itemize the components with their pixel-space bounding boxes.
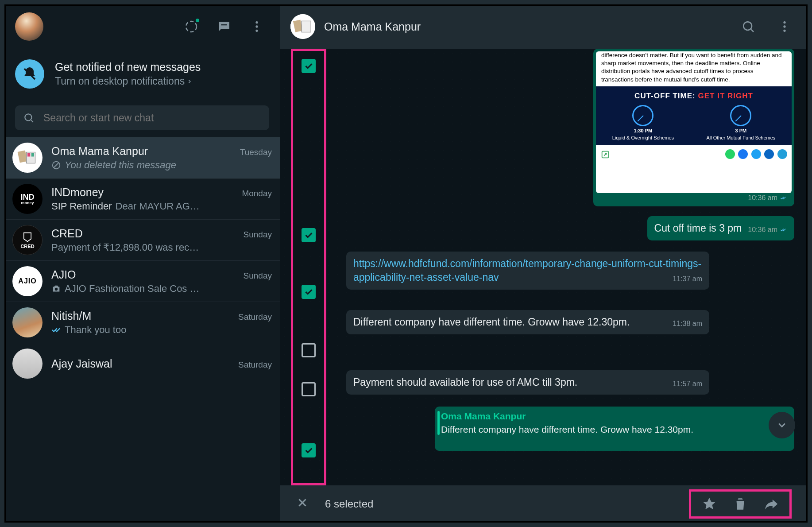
close-selection-button[interactable] [296,496,309,512]
svg-point-0 [186,21,197,32]
svg-rect-6 [18,150,27,163]
quote-text: Different company have different time. G… [441,424,788,435]
delete-button[interactable] [725,492,756,516]
svg-point-11 [55,287,58,290]
message-checkbox[interactable] [302,382,316,396]
chat-time: Monday [242,189,272,198]
message-time: 11:38 am [673,319,702,329]
message-checkbox[interactable] [302,59,316,73]
svg-point-16 [783,21,785,23]
chat-item[interactable]: AJIO AJIOSunday AJIO Fashionation Sale C… [4,261,280,302]
message-time: 11:57 am [673,379,702,389]
own-avatar[interactable] [15,12,43,41]
avatar: AJIO [12,266,43,296]
app-root: Get notified of new messages Turn on des… [0,0,812,527]
chat-preview: Payment of ₹12,898.00 was rec… [51,242,272,253]
article-text: difference doesn't matter. But if you wa… [596,51,792,86]
chat-list: Oma Mama KanpurTuesday You deleted this … [4,137,280,523]
selection-bar: 6 selected [280,485,808,523]
share-row [596,147,792,163]
chat-item[interactable]: Nitish/MSaturday Thank you too [4,302,280,343]
selection-column-highlight [291,49,326,485]
chat-preview: SIP Reminder Dear MAYUR AG… [51,201,272,212]
search-in-chat-icon[interactable] [736,14,761,39]
chat-time: Sunday [244,271,272,281]
svg-point-18 [783,30,785,32]
avatar: INDmoney [12,184,43,214]
chat-name: Ajay Jaiswal [51,357,112,370]
svg-point-5 [25,114,31,120]
sent-message[interactable]: Cut off time is 3 pm 10:36 am [647,216,794,240]
message-checkbox[interactable] [302,228,316,242]
image-message[interactable]: difference doesn't matter. But if you wa… [593,49,794,206]
notification-subtitle: Turn on desktop notifications [55,75,201,87]
chat-item[interactable]: Ajay JaiswalSaturday [4,343,280,384]
action-highlight-box [689,489,792,519]
sidebar-header [4,4,280,49]
svg-point-15 [743,22,752,30]
main-area: Oma Mama Kanpur difference doesn't matte… [280,4,808,523]
chat-time: Sunday [244,230,272,240]
svg-rect-14 [302,21,311,32]
search-input[interactable] [43,112,261,124]
message-time: 10:36 am [748,225,787,235]
avatar [12,143,43,173]
forward-button[interactable] [756,492,787,516]
double-check-icon [51,325,61,335]
quoted-message[interactable]: Oma Mama Kanpur Different company have d… [435,407,794,451]
share-link-icon [600,150,610,159]
svg-point-3 [255,25,258,27]
received-message[interactable]: Different company have different time. G… [346,310,709,334]
notification-banner[interactable]: Get notified of new messages Turn on des… [4,49,280,99]
camera-icon [51,284,61,294]
conversation-pane: difference doesn't matter. But if you wa… [280,49,808,485]
svg-rect-9 [31,153,34,157]
chat-time: Saturday [238,312,272,322]
message-checkbox[interactable] [302,443,316,457]
chat-name: AJIO [51,268,76,281]
chat-name: Nitish/M [51,310,91,322]
cutoff-graphic: CUT-OFF TIME: GET IT RIGHT 1:30 PMLiquid… [596,86,792,145]
chat-name: INDmoney [51,186,104,199]
svg-rect-8 [27,153,30,157]
chat-item[interactable]: CRED CREDSunday Payment of ₹12,898.00 wa… [4,220,280,261]
chat-item[interactable]: Oma Mama KanpurTuesday You deleted this … [4,137,280,178]
svg-rect-1 [221,24,227,26]
chat-time: Tuesday [240,147,272,157]
menu-icon[interactable] [244,14,269,39]
chat-name: CRED [51,227,83,240]
search-box[interactable] [15,105,269,130]
chat-name: Oma Mama Kanpur [51,145,148,158]
chat-time: Saturday [238,360,272,370]
message-time: 10:36 am [596,193,792,204]
received-message[interactable]: Payment should available for use of AMC … [346,370,709,395]
sidebar: Get notified of new messages Turn on des… [4,4,280,523]
new-chat-icon[interactable] [212,14,236,39]
chat-title[interactable]: Oma Mama Kanpur [324,20,727,33]
avatar: CRED [12,225,43,255]
chat-preview: You deleted this message [51,159,272,171]
svg-point-2 [255,21,258,23]
chat-avatar[interactable] [290,14,315,39]
svg-point-4 [255,30,258,32]
search-row [4,99,280,137]
bell-off-icon [15,59,44,89]
star-button[interactable] [694,492,725,516]
avatar [12,349,43,379]
link-text[interactable]: https://www.hdfcfund.com/information/tem… [353,258,701,283]
chat-item[interactable]: INDmoney INDmoneyMonday SIP Reminder Dea… [4,178,280,220]
search-icon [23,112,35,124]
received-message[interactable]: https://www.hdfcfund.com/information/tem… [346,252,709,290]
message-time: 11:37 am [673,274,702,284]
quote-name: Oma Mama Kanpur [441,411,788,422]
chat-preview: Thank you too [51,324,272,336]
status-icon[interactable] [179,14,204,39]
scroll-to-bottom-button[interactable] [769,412,795,438]
notification-title: Get notified of new messages [55,61,201,74]
svg-point-17 [783,25,785,27]
blocked-icon [51,160,61,170]
avatar [12,307,43,337]
chat-menu-icon[interactable] [772,14,797,39]
message-checkbox[interactable] [302,285,316,299]
message-checkbox[interactable] [302,343,316,357]
